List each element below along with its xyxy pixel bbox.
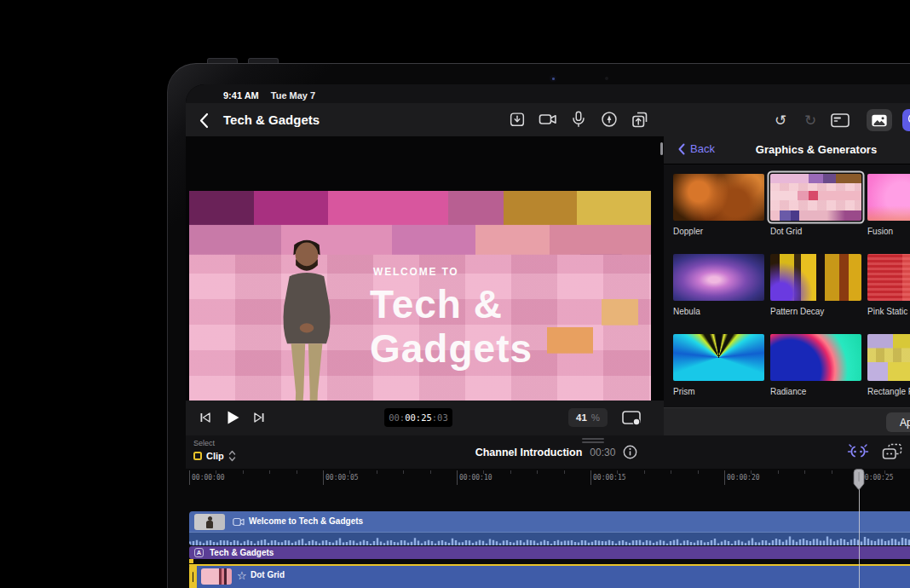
video-camera-icon[interactable] xyxy=(538,109,558,130)
undo-icon[interactable]: ↺ xyxy=(770,110,791,130)
ruler-minor-tick xyxy=(751,470,752,474)
viewer-display-icon[interactable] xyxy=(620,409,642,426)
generator-label: Prism xyxy=(673,387,764,396)
timeline-toolbar-right xyxy=(846,441,904,462)
share-icon[interactable] xyxy=(630,109,650,130)
ruler-minor-tick xyxy=(698,470,699,474)
generator-thumbnail-pattern-decay[interactable] xyxy=(770,254,861,301)
status-date: Tue May 7 xyxy=(271,90,315,101)
ruler-minor-tick xyxy=(804,470,805,474)
titles-browser-icon[interactable] xyxy=(830,110,850,130)
generator-thumbnail-radiance[interactable] xyxy=(770,334,861,381)
generator-item[interactable]: Prism xyxy=(673,334,764,396)
generator-item[interactable]: Radiance xyxy=(770,334,861,396)
generator-thumbnail-prism[interactable] xyxy=(673,334,764,381)
timecode-display[interactable]: 00:00:25:03 xyxy=(384,408,452,427)
timeline-ruler[interactable]: 00:00:0000:00:0500:00:1000:00:1500:00:20… xyxy=(186,469,910,494)
selection-corner-dot xyxy=(189,559,193,563)
ruler-minor-tick xyxy=(430,470,431,474)
timeline-toolbar: Select Clip Channel Introduction 00:30 xyxy=(186,435,910,469)
panel-header: Back Graphics & Generators xyxy=(664,136,910,164)
timeline-clip-info: Channel Introduction 00:30 xyxy=(190,445,910,459)
import-icon[interactable] xyxy=(507,109,527,130)
generator-thumbnail-doppler[interactable] xyxy=(673,174,764,221)
skip-forward-icon[interactable] xyxy=(251,410,268,425)
ruler-minor-tick xyxy=(377,470,377,474)
back-button[interactable] xyxy=(199,112,216,129)
video-clip-filmstrip: Welcome to Tech & Gadgets xyxy=(189,511,910,532)
ruler-minor-tick xyxy=(216,470,216,474)
generator-thumbnail-dot-grid[interactable] xyxy=(770,174,861,221)
trim-handle[interactable] xyxy=(189,564,197,588)
generator-label: Pattern Decay xyxy=(770,307,861,316)
generator-item[interactable]: Fusion xyxy=(867,174,910,236)
ruler-minor-tick xyxy=(483,470,484,474)
viewer-background: WELCOME TO Tech & Gadgets xyxy=(186,136,664,435)
ruler-minor-tick xyxy=(778,470,779,474)
ruler-minor-tick xyxy=(564,470,565,474)
timeline-drag-handle[interactable] xyxy=(582,438,604,445)
draw-icon[interactable] xyxy=(599,109,619,130)
ruler-minor-tick xyxy=(832,470,832,474)
timecode-main: 00:25 xyxy=(405,412,432,423)
media-browser-icon[interactable] xyxy=(867,109,892,131)
skip-back-icon[interactable] xyxy=(197,410,214,425)
generator-thumbnail-nebula[interactable] xyxy=(673,254,764,301)
video-clip-label: Welcome to Tech & Gadgets xyxy=(249,516,363,526)
generator-label: Dot Grid xyxy=(770,227,861,236)
ruler-minor-tick xyxy=(349,470,350,474)
generator-thumbnail-pink-static-decay[interactable] xyxy=(867,254,910,301)
clips-overview-icon[interactable] xyxy=(880,441,904,462)
generator-label: Doppler xyxy=(673,227,764,236)
redo-icon[interactable]: ↻ xyxy=(800,110,821,130)
audio-waveform-strip xyxy=(189,532,910,545)
ruler-tick: 00:00:15 xyxy=(590,470,591,485)
panel-title: Graphics & Generators xyxy=(664,143,910,156)
generator-item[interactable]: Nebula xyxy=(673,254,764,316)
toolbar-right: ↺ ↻ xyxy=(770,109,910,131)
sensor-dot xyxy=(605,77,608,80)
play-button[interactable] xyxy=(224,410,241,425)
ruler-minor-tick xyxy=(269,470,270,474)
panel-resize-handle[interactable] xyxy=(660,142,663,155)
status-time: 9:41 AM xyxy=(223,90,259,101)
video-clip-track[interactable]: Welcome to Tech & Gadgets xyxy=(189,511,910,545)
graphics-browser-icon[interactable] xyxy=(902,109,910,131)
camera-badge-icon xyxy=(233,517,245,527)
graphics-panel: Back Graphics & Generators DopplerDot Gr… xyxy=(664,136,910,407)
title-badge-icon: A xyxy=(194,548,204,557)
apply-button[interactable]: Apply xyxy=(886,412,910,432)
zoom-value: 41 xyxy=(576,412,587,423)
project-title: Tech & Gadgets xyxy=(223,112,320,127)
presenter-mini-silhouette xyxy=(206,516,213,528)
playhead-line xyxy=(859,489,861,588)
title-clip-label: Tech & Gadgets xyxy=(210,548,274,557)
viewer-overlay-title-line2: Gadgets xyxy=(370,329,533,368)
timeline-area[interactable]: 00:00:0000:00:0500:00:1000:00:1500:00:20… xyxy=(186,469,910,588)
title-clip-track[interactable]: A Tech & Gadgets xyxy=(189,546,910,559)
generator-clip-track[interactable]: ☆ Dot Grid xyxy=(189,564,910,588)
volume-button xyxy=(248,58,279,63)
generator-thumbnail-rectangle-pixels[interactable] xyxy=(867,334,910,381)
toolbar-center xyxy=(507,109,650,130)
generator-item[interactable]: Rectangle Pixels xyxy=(867,334,910,396)
playhead[interactable] xyxy=(853,469,865,493)
connect-clips-icon[interactable] xyxy=(846,441,870,462)
generator-item[interactable]: Pattern Decay xyxy=(770,254,861,316)
ruler-tick: 00:00:20 xyxy=(724,470,725,485)
ruler-minor-tick xyxy=(884,470,885,474)
back-chevron-icon xyxy=(199,112,209,129)
status-bar: 9:41 AM Tue May 7 xyxy=(186,84,910,103)
title-bar: Tech & Gadgets ↺ ↻ xyxy=(186,103,910,136)
generator-item[interactable]: Dot Grid xyxy=(770,174,861,236)
generator-item[interactable]: Pink Static Decay xyxy=(867,254,910,316)
generator-thumbnail-fusion[interactable] xyxy=(867,174,910,221)
generator-item[interactable]: Doppler xyxy=(673,174,764,236)
info-icon[interactable] xyxy=(623,445,637,459)
microphone-icon[interactable] xyxy=(568,109,589,130)
viewer-zoom-control[interactable]: 41% xyxy=(568,408,608,427)
video-clip-thumbnail xyxy=(194,514,225,530)
ruler-tick: 00:00:10 xyxy=(457,470,458,485)
transport-bar: 00:00:25:03 41% xyxy=(186,401,664,435)
app-window: 9:41 AM Tue May 7 Tech & Gadgets xyxy=(186,84,910,588)
